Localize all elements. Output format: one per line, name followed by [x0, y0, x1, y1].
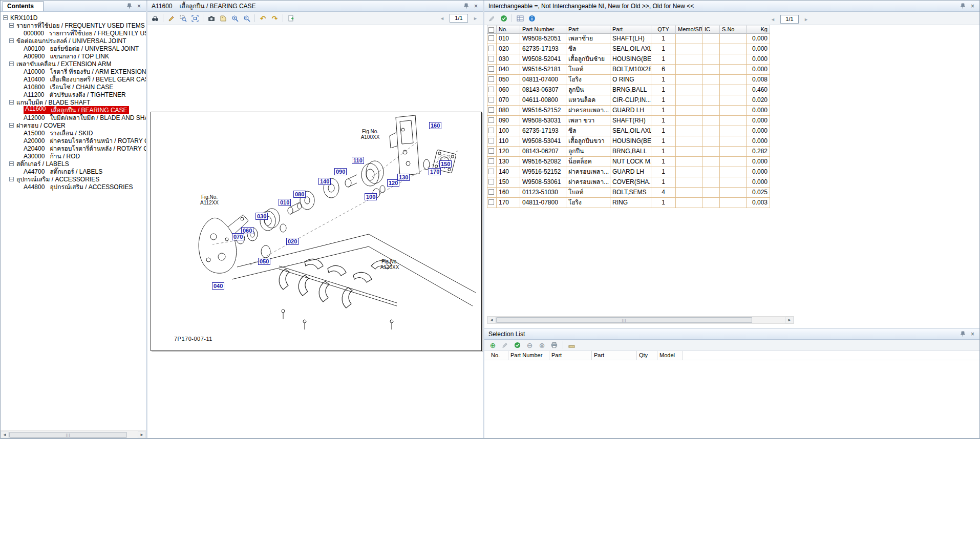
collapse-icon[interactable] [9, 23, 14, 28]
tree-item-A44700[interactable]: A44700สติ๊กเกอร์ / LABELS [1, 168, 146, 175]
collapse-icon[interactable] [9, 38, 14, 43]
diagram-canvas[interactable]: 010 020 030 040 050 060 070 080 090 100 … [147, 25, 483, 438]
collapse-icon[interactable] [9, 61, 14, 66]
parts-horizontal-scrollbar[interactable]: ◄ ||| ► [487, 316, 794, 324]
edit-pencil-icon[interactable] [486, 13, 497, 24]
collapse-icon[interactable] [9, 161, 14, 166]
snapshot-camera-icon[interactable] [206, 13, 217, 24]
parts-row[interactable]: 070 04611-00800 แหวนล็อค CIR-CLIP,IN... … [487, 95, 770, 106]
tree-group-cover[interactable]: ฝาครอบ / COVER [1, 121, 146, 129]
zoom-in-icon[interactable] [229, 13, 240, 24]
redline-pencil-icon[interactable] [166, 13, 177, 24]
row-checkbox[interactable] [488, 117, 494, 123]
callout-050[interactable]: 050 [258, 258, 270, 265]
next-page-icon[interactable]: ► [801, 14, 812, 25]
tree-root[interactable]: KRX101D [1, 14, 146, 22]
parts-row[interactable]: 150 W9508-53061 ฝาครอบเพลา... COVER(SHA.… [487, 177, 770, 188]
row-checkbox[interactable] [488, 148, 494, 154]
parts-row[interactable]: 010 W9508-52051 เพลาซ้าย SHAFT(LH) 1 0.0… [487, 34, 770, 44]
pin-icon[interactable] [462, 2, 470, 10]
undo-icon[interactable]: ↶ [258, 13, 268, 24]
row-checkbox[interactable] [488, 169, 494, 174]
tree-item-A30000[interactable]: A30000ก้าน / ROD [1, 152, 146, 160]
callout-160[interactable]: 160 [429, 122, 441, 129]
scroll-right-icon[interactable]: ► [138, 431, 146, 438]
callout-080[interactable]: 080 [293, 191, 306, 198]
tree-item-A11200[interactable]: A11200ตัวปรับแรงตึง / TIGHTENER [1, 91, 146, 98]
callout-140[interactable]: 140 [318, 178, 331, 185]
parts-row[interactable]: 030 W9508-52041 เสื้อลูกปืนซ้าย HOUSING(… [487, 54, 770, 65]
tree-item-A10000[interactable]: A10000โรตารี่ ที่รองรับ / ARM EXTENSION [1, 68, 146, 75]
callout-170[interactable]: 170 [429, 168, 441, 175]
scroll-right-icon[interactable]: ► [785, 317, 794, 323]
row-checkbox[interactable] [488, 158, 494, 164]
pin-icon[interactable] [959, 330, 967, 338]
measure-ruler-icon[interactable] [566, 340, 577, 351]
tree-item-A00100[interactable]: A00100ยอร์ยข้อต่อ / UNIVERSAL JOINT [1, 45, 146, 52]
scroll-left-icon[interactable]: ◄ [487, 317, 496, 323]
tree-group-universal-joint[interactable]: ข้อต่อเอนกประสงค์ / UNIVERSAL JOINT [1, 37, 146, 45]
callout-100[interactable]: 100 [365, 193, 377, 200]
tree-group-frequently-used[interactable]: รายการที่ใช้บ่อย / FREQUENTLY USED ITEMS [1, 22, 146, 29]
parts-row[interactable]: 090 W9508-53031 เพลา ขวา SHAFT(RH) 1 0.0… [487, 116, 770, 126]
collapse-icon[interactable] [9, 177, 14, 181]
collapse-icon[interactable] [3, 15, 8, 20]
export-icon[interactable] [286, 13, 296, 24]
row-checkbox[interactable] [488, 107, 494, 113]
row-checkbox[interactable] [488, 128, 494, 133]
prev-page-icon[interactable]: ◄ [437, 13, 448, 24]
pin-icon[interactable] [125, 2, 133, 10]
row-checkbox[interactable] [488, 56, 494, 61]
row-checkbox[interactable] [488, 189, 494, 195]
tree-item-A10400[interactable]: A10400เสื้อเฟืองบายศรี / BEVEL GEAR CASE [1, 75, 146, 83]
tree-item-A20000[interactable]: A20000ฝาครอบโรตารี่ด้านหน้า / ROTARY COV… [1, 137, 146, 145]
row-checkbox[interactable] [488, 46, 494, 51]
redo-icon[interactable]: ↷ [269, 13, 280, 24]
search-binoculars-icon[interactable] [150, 13, 160, 24]
tree-item-A00900[interactable]: A00900แขนกลาง / TOP LINK [1, 52, 146, 60]
row-checkbox[interactable] [488, 97, 494, 102]
row-checkbox[interactable] [488, 76, 494, 82]
info-icon[interactable] [526, 13, 537, 24]
tree-item-A11600-selected[interactable]: A11600เสื้อลูกปืน / BEARING CASE [1, 106, 146, 114]
clear-icon[interactable]: ⊗ [537, 340, 547, 351]
tree-item-A12000[interactable]: A12000ใบมีด/เพลาใบมีด / BLADE AND SHAFT [1, 114, 146, 121]
callout-040[interactable]: 040 [212, 282, 224, 290]
row-checkbox[interactable] [488, 35, 494, 41]
parts-row[interactable]: 100 62735-17193 ซีล SEAL,OIL AXLE 1 0.00… [487, 126, 770, 136]
pin-icon[interactable] [959, 2, 967, 10]
select-all-checkbox[interactable] [488, 27, 494, 33]
close-icon[interactable]: × [969, 330, 976, 338]
row-checkbox[interactable] [488, 179, 494, 184]
callout-020[interactable]: 020 [286, 238, 299, 245]
collapse-icon[interactable] [9, 100, 14, 105]
parts-row[interactable]: 120 08143-06207 ลูกปืน BRNG,BALL 1 0.282 [487, 147, 770, 157]
parts-row[interactable]: 060 08143-06307 ลูกปืน BRNG,BALL 1 0.460 [487, 85, 770, 95]
edit-pencil-icon[interactable] [500, 340, 510, 351]
callout-130[interactable]: 130 [397, 174, 410, 181]
prev-page-icon[interactable]: ◄ [768, 14, 778, 25]
tree-group-accessories[interactable]: อุปกรณ์เสริม / ACCESSORIES [1, 175, 146, 183]
add-icon[interactable]: ⊕ [487, 340, 498, 351]
parts-row[interactable]: 110 W9508-53041 เสื้อลูกปืนขวา HOUSING(B… [487, 136, 770, 147]
grid-view-icon[interactable] [515, 13, 525, 24]
parts-row[interactable]: 130 W9516-52082 น็อตล็อค NUT LOCK M... 1… [487, 157, 770, 167]
collapse-icon[interactable] [9, 123, 14, 128]
print-icon[interactable] [549, 340, 560, 351]
scrollbar-thumb[interactable]: ||| [9, 432, 127, 438]
apply-check-icon[interactable] [498, 13, 509, 24]
callout-110[interactable]: 110 [352, 157, 364, 164]
tree-group-blade-shaft[interactable]: แกนใบมีด / BLADE SHAFT [1, 98, 146, 106]
close-icon[interactable]: × [472, 2, 480, 10]
contents-tab[interactable]: Contents [3, 1, 44, 12]
close-icon[interactable]: × [969, 2, 976, 10]
apply-check-icon[interactable] [512, 340, 523, 351]
scrollbar-track[interactable]: ||| [496, 317, 785, 323]
callout-090[interactable]: 090 [334, 168, 347, 175]
parts-row[interactable]: 040 W9516-52181 โบลท์ BOLT,M10X28 6 0.00… [487, 65, 770, 75]
hotpoint-tag-icon[interactable] [218, 13, 228, 24]
parts-row[interactable]: 080 W9516-52152 ฝาครอบเพลา... GUARD LH 1… [487, 106, 770, 116]
parts-row[interactable]: 050 04811-07400 โอริง O RING 1 0.008 [487, 75, 770, 85]
scroll-left-icon[interactable]: ◄ [1, 431, 9, 438]
fit-page-icon[interactable] [189, 13, 200, 24]
